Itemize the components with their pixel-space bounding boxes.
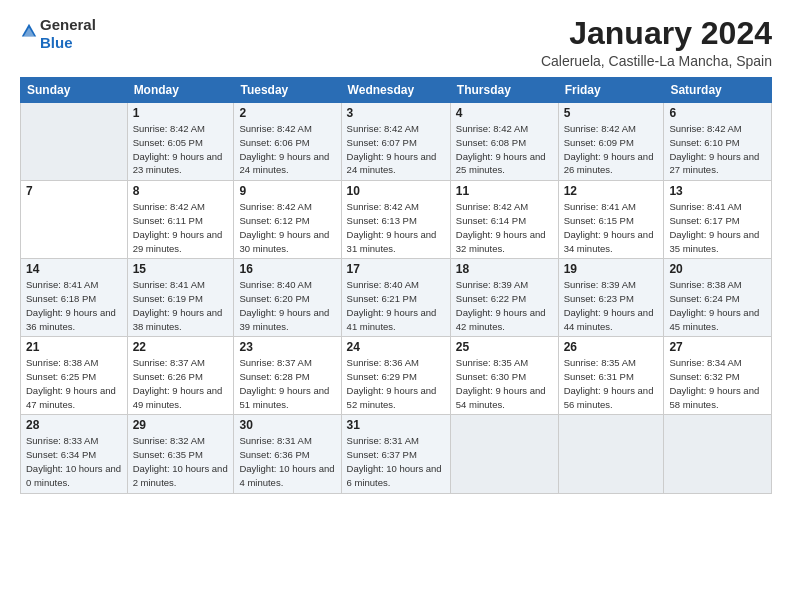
day-info: Sunrise: 8:41 AMSunset: 6:17 PMDaylight:… <box>669 200 766 255</box>
logo: General Blue <box>20 16 96 52</box>
calendar-table: Sunday Monday Tuesday Wednesday Thursday… <box>20 77 772 493</box>
day-number: 13 <box>669 184 766 198</box>
day-number: 23 <box>239 340 335 354</box>
day-number: 2 <box>239 106 335 120</box>
day-number: 11 <box>456 184 553 198</box>
day-number: 15 <box>133 262 229 276</box>
day-info: Sunrise: 8:37 AMSunset: 6:28 PMDaylight:… <box>239 356 335 411</box>
day-info: Sunrise: 8:42 AMSunset: 6:13 PMDaylight:… <box>347 200 445 255</box>
day-info: Sunrise: 8:41 AMSunset: 6:19 PMDaylight:… <box>133 278 229 333</box>
day-info: Sunrise: 8:38 AMSunset: 6:25 PMDaylight:… <box>26 356 122 411</box>
day-info: Sunrise: 8:32 AMSunset: 6:35 PMDaylight:… <box>133 434 229 489</box>
calendar-day-cell: 29Sunrise: 8:32 AMSunset: 6:35 PMDayligh… <box>127 415 234 493</box>
day-info: Sunrise: 8:42 AMSunset: 6:12 PMDaylight:… <box>239 200 335 255</box>
calendar-day-cell: 21Sunrise: 8:38 AMSunset: 6:25 PMDayligh… <box>21 337 128 415</box>
calendar-day-cell: 22Sunrise: 8:37 AMSunset: 6:26 PMDayligh… <box>127 337 234 415</box>
day-number: 25 <box>456 340 553 354</box>
day-info: Sunrise: 8:41 AMSunset: 6:18 PMDaylight:… <box>26 278 122 333</box>
calendar-day-cell: 23Sunrise: 8:37 AMSunset: 6:28 PMDayligh… <box>234 337 341 415</box>
day-number: 31 <box>347 418 445 432</box>
day-info: Sunrise: 8:33 AMSunset: 6:34 PMDaylight:… <box>26 434 122 489</box>
day-number: 26 <box>564 340 659 354</box>
logo-general-text: General <box>40 16 96 33</box>
day-number: 18 <box>456 262 553 276</box>
calendar-day-cell: 4Sunrise: 8:42 AMSunset: 6:08 PMDaylight… <box>450 103 558 181</box>
day-number: 20 <box>669 262 766 276</box>
month-title: January 2024 <box>541 16 772 51</box>
calendar-day-cell: 16Sunrise: 8:40 AMSunset: 6:20 PMDayligh… <box>234 259 341 337</box>
col-saturday: Saturday <box>664 78 772 103</box>
calendar-day-cell: 19Sunrise: 8:39 AMSunset: 6:23 PMDayligh… <box>558 259 664 337</box>
day-info: Sunrise: 8:38 AMSunset: 6:24 PMDaylight:… <box>669 278 766 333</box>
day-info: Sunrise: 8:42 AMSunset: 6:11 PMDaylight:… <box>133 200 229 255</box>
day-info: Sunrise: 8:42 AMSunset: 6:07 PMDaylight:… <box>347 122 445 177</box>
page-header: General Blue January 2024 Caleruela, Cas… <box>20 16 772 69</box>
day-info: Sunrise: 8:35 AMSunset: 6:30 PMDaylight:… <box>456 356 553 411</box>
calendar-day-cell: 26Sunrise: 8:35 AMSunset: 6:31 PMDayligh… <box>558 337 664 415</box>
title-block: January 2024 Caleruela, Castille-La Manc… <box>541 16 772 69</box>
day-info: Sunrise: 8:31 AMSunset: 6:36 PMDaylight:… <box>239 434 335 489</box>
calendar-week-row: 14Sunrise: 8:41 AMSunset: 6:18 PMDayligh… <box>21 259 772 337</box>
calendar-day-cell <box>21 103 128 181</box>
day-number: 28 <box>26 418 122 432</box>
calendar-day-cell: 30Sunrise: 8:31 AMSunset: 6:36 PMDayligh… <box>234 415 341 493</box>
day-info: Sunrise: 8:42 AMSunset: 6:06 PMDaylight:… <box>239 122 335 177</box>
calendar-day-cell: 11Sunrise: 8:42 AMSunset: 6:14 PMDayligh… <box>450 181 558 259</box>
day-info: Sunrise: 8:36 AMSunset: 6:29 PMDaylight:… <box>347 356 445 411</box>
day-number: 10 <box>347 184 445 198</box>
day-number: 5 <box>564 106 659 120</box>
col-monday: Monday <box>127 78 234 103</box>
day-info: Sunrise: 8:42 AMSunset: 6:05 PMDaylight:… <box>133 122 229 177</box>
calendar-week-row: 1Sunrise: 8:42 AMSunset: 6:05 PMDaylight… <box>21 103 772 181</box>
calendar-day-cell: 9Sunrise: 8:42 AMSunset: 6:12 PMDaylight… <box>234 181 341 259</box>
calendar-day-cell: 5Sunrise: 8:42 AMSunset: 6:09 PMDaylight… <box>558 103 664 181</box>
day-number: 9 <box>239 184 335 198</box>
calendar-day-cell: 27Sunrise: 8:34 AMSunset: 6:32 PMDayligh… <box>664 337 772 415</box>
day-info: Sunrise: 8:40 AMSunset: 6:20 PMDaylight:… <box>239 278 335 333</box>
day-info: Sunrise: 8:34 AMSunset: 6:32 PMDaylight:… <box>669 356 766 411</box>
day-number: 16 <box>239 262 335 276</box>
day-number: 27 <box>669 340 766 354</box>
calendar-day-cell <box>664 415 772 493</box>
calendar-day-cell: 17Sunrise: 8:40 AMSunset: 6:21 PMDayligh… <box>341 259 450 337</box>
calendar-day-cell: 14Sunrise: 8:41 AMSunset: 6:18 PMDayligh… <box>21 259 128 337</box>
logo-blue-text: Blue <box>40 34 73 51</box>
col-friday: Friday <box>558 78 664 103</box>
calendar-day-cell: 20Sunrise: 8:38 AMSunset: 6:24 PMDayligh… <box>664 259 772 337</box>
day-info: Sunrise: 8:42 AMSunset: 6:09 PMDaylight:… <box>564 122 659 177</box>
day-info: Sunrise: 8:37 AMSunset: 6:26 PMDaylight:… <box>133 356 229 411</box>
day-number: 1 <box>133 106 229 120</box>
col-wednesday: Wednesday <box>341 78 450 103</box>
calendar-day-cell: 3Sunrise: 8:42 AMSunset: 6:07 PMDaylight… <box>341 103 450 181</box>
calendar-day-cell: 12Sunrise: 8:41 AMSunset: 6:15 PMDayligh… <box>558 181 664 259</box>
day-info: Sunrise: 8:40 AMSunset: 6:21 PMDaylight:… <box>347 278 445 333</box>
calendar-day-cell: 2Sunrise: 8:42 AMSunset: 6:06 PMDaylight… <box>234 103 341 181</box>
calendar-header-row: Sunday Monday Tuesday Wednesday Thursday… <box>21 78 772 103</box>
day-info: Sunrise: 8:39 AMSunset: 6:23 PMDaylight:… <box>564 278 659 333</box>
calendar-day-cell: 7 <box>21 181 128 259</box>
calendar-day-cell: 25Sunrise: 8:35 AMSunset: 6:30 PMDayligh… <box>450 337 558 415</box>
day-number: 22 <box>133 340 229 354</box>
day-info: Sunrise: 8:42 AMSunset: 6:14 PMDaylight:… <box>456 200 553 255</box>
location-subtitle: Caleruela, Castille-La Mancha, Spain <box>541 53 772 69</box>
day-info: Sunrise: 8:41 AMSunset: 6:15 PMDaylight:… <box>564 200 659 255</box>
day-number: 12 <box>564 184 659 198</box>
day-info: Sunrise: 8:42 AMSunset: 6:08 PMDaylight:… <box>456 122 553 177</box>
calendar-day-cell: 24Sunrise: 8:36 AMSunset: 6:29 PMDayligh… <box>341 337 450 415</box>
calendar-day-cell: 18Sunrise: 8:39 AMSunset: 6:22 PMDayligh… <box>450 259 558 337</box>
calendar-day-cell: 6Sunrise: 8:42 AMSunset: 6:10 PMDaylight… <box>664 103 772 181</box>
day-number: 29 <box>133 418 229 432</box>
calendar-day-cell <box>450 415 558 493</box>
calendar-day-cell: 10Sunrise: 8:42 AMSunset: 6:13 PMDayligh… <box>341 181 450 259</box>
day-number: 6 <box>669 106 766 120</box>
col-sunday: Sunday <box>21 78 128 103</box>
col-tuesday: Tuesday <box>234 78 341 103</box>
day-number: 17 <box>347 262 445 276</box>
day-number: 7 <box>26 184 122 198</box>
calendar-week-row: 28Sunrise: 8:33 AMSunset: 6:34 PMDayligh… <box>21 415 772 493</box>
calendar-day-cell: 1Sunrise: 8:42 AMSunset: 6:05 PMDaylight… <box>127 103 234 181</box>
day-number: 24 <box>347 340 445 354</box>
day-number: 19 <box>564 262 659 276</box>
calendar-day-cell: 8Sunrise: 8:42 AMSunset: 6:11 PMDaylight… <box>127 181 234 259</box>
day-info: Sunrise: 8:31 AMSunset: 6:37 PMDaylight:… <box>347 434 445 489</box>
